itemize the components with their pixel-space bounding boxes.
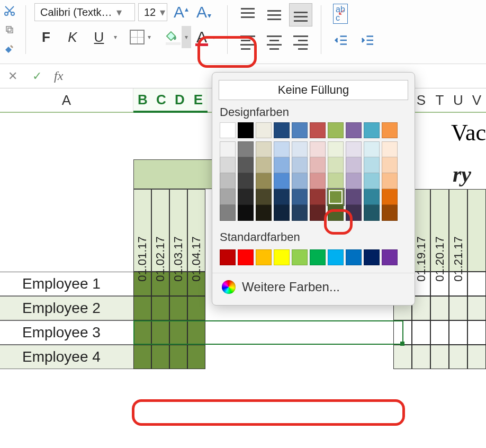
color-swatch[interactable] <box>310 173 326 189</box>
column-header[interactable]: A <box>0 88 133 112</box>
color-swatch[interactable] <box>346 157 362 173</box>
more-colors-button[interactable]: Weitere Farben... <box>212 273 415 303</box>
grid-cell[interactable] <box>467 272 486 296</box>
grid-cell[interactable] <box>187 345 205 369</box>
color-swatch[interactable] <box>238 173 254 189</box>
grid-cell[interactable] <box>449 345 467 369</box>
color-swatch[interactable] <box>292 157 308 173</box>
color-swatch[interactable] <box>238 122 254 138</box>
color-swatch[interactable] <box>310 157 326 173</box>
decrease-font-button[interactable]: A▾ <box>193 3 213 21</box>
color-swatch[interactable] <box>364 122 380 138</box>
color-swatch[interactable] <box>346 189 362 205</box>
color-swatch[interactable] <box>346 249 362 265</box>
align-center-button[interactable] <box>263 31 286 54</box>
color-swatch[interactable] <box>382 205 398 221</box>
color-swatch[interactable] <box>382 249 398 265</box>
color-swatch[interactable] <box>256 157 272 173</box>
color-swatch[interactable] <box>256 122 272 138</box>
grid-cell[interactable] <box>449 320 467 345</box>
grid-cell[interactable] <box>393 345 412 369</box>
color-swatch[interactable] <box>328 141 344 157</box>
italic-button[interactable]: K <box>61 25 84 49</box>
color-swatch[interactable] <box>328 189 344 205</box>
color-swatch[interactable] <box>364 205 380 221</box>
font-color-button[interactable]: A ▾ <box>194 28 219 46</box>
grid-cell[interactable] <box>430 345 449 369</box>
decrease-indent-button[interactable] <box>330 29 353 52</box>
color-swatch[interactable] <box>256 173 272 189</box>
color-swatch[interactable] <box>256 189 272 205</box>
grid-cell[interactable] <box>467 296 486 320</box>
grid-cell[interactable] <box>430 320 449 345</box>
color-swatch[interactable] <box>220 205 236 221</box>
color-swatch[interactable] <box>256 249 272 265</box>
color-swatch[interactable] <box>292 122 308 138</box>
color-swatch[interactable] <box>364 173 380 189</box>
color-swatch[interactable] <box>238 189 254 205</box>
color-swatch[interactable] <box>274 141 290 157</box>
color-swatch[interactable] <box>382 141 398 157</box>
cancel-icon[interactable]: ✕ <box>5 69 20 83</box>
color-swatch[interactable] <box>292 141 308 157</box>
color-swatch[interactable] <box>382 173 398 189</box>
grid-cell[interactable] <box>187 296 205 320</box>
color-swatch[interactable] <box>346 173 362 189</box>
bold-button[interactable]: F <box>34 25 58 49</box>
align-bottom-button[interactable] <box>289 3 312 26</box>
color-swatch[interactable] <box>310 189 326 205</box>
color-swatch[interactable] <box>346 205 362 221</box>
borders-button[interactable]: ▾ <box>130 30 154 44</box>
color-swatch[interactable] <box>364 189 380 205</box>
fill-color-button[interactable]: ▾ <box>164 26 191 48</box>
align-right-button[interactable] <box>289 31 312 54</box>
color-swatch[interactable] <box>310 141 326 157</box>
color-swatch[interactable] <box>220 189 236 205</box>
employee-name-cell[interactable]: Employee 1 <box>0 272 133 296</box>
color-swatch[interactable] <box>310 122 326 138</box>
copy-icon[interactable] <box>2 22 17 37</box>
grid-cell[interactable] <box>412 320 430 345</box>
color-swatch[interactable] <box>310 205 326 221</box>
grid-cell[interactable] <box>467 320 486 345</box>
color-swatch[interactable] <box>274 122 290 138</box>
grid-cell[interactable] <box>169 345 187 369</box>
color-swatch[interactable] <box>220 141 236 157</box>
color-swatch[interactable] <box>382 157 398 173</box>
no-fill-button[interactable]: Keine Füllung <box>219 80 408 100</box>
grid-cell[interactable] <box>151 345 169 369</box>
column-header[interactable]: D <box>170 88 189 113</box>
increase-font-button[interactable]: A▴ <box>170 3 190 21</box>
color-swatch[interactable] <box>328 205 344 221</box>
font-size-select[interactable]: 12 ▾ <box>138 3 167 21</box>
employee-name-cell[interactable]: Employee 2 <box>0 296 133 320</box>
grid-cell[interactable] <box>412 345 430 369</box>
column-header[interactable]: B <box>133 88 152 113</box>
color-swatch[interactable] <box>346 141 362 157</box>
font-family-select[interactable]: Calibri (Textk… ▾ <box>34 3 135 21</box>
color-swatch[interactable] <box>364 249 380 265</box>
grid-cell[interactable] <box>169 320 187 345</box>
color-swatch[interactable] <box>382 122 398 138</box>
fx-label[interactable]: fx <box>54 69 63 83</box>
color-swatch[interactable] <box>238 249 254 265</box>
grid-cell[interactable] <box>151 296 169 320</box>
color-swatch[interactable] <box>364 157 380 173</box>
color-swatch[interactable] <box>220 122 236 138</box>
color-swatch[interactable] <box>292 205 308 221</box>
color-swatch[interactable] <box>238 141 254 157</box>
column-header[interactable]: C <box>152 88 170 113</box>
color-swatch[interactable] <box>364 141 380 157</box>
color-swatch[interactable] <box>292 249 308 265</box>
color-swatch[interactable] <box>310 249 326 265</box>
color-swatch[interactable] <box>346 122 362 138</box>
grid-cell[interactable] <box>187 320 205 345</box>
align-left-button[interactable] <box>236 31 259 54</box>
employee-name-cell[interactable]: Employee 4 <box>0 345 133 369</box>
column-header[interactable]: E <box>189 88 208 113</box>
format-painter-icon[interactable] <box>2 41 17 56</box>
underline-button[interactable]: U ▾ <box>87 25 120 49</box>
color-swatch[interactable] <box>274 249 290 265</box>
cut-icon[interactable] <box>2 3 17 18</box>
color-swatch[interactable] <box>220 157 236 173</box>
